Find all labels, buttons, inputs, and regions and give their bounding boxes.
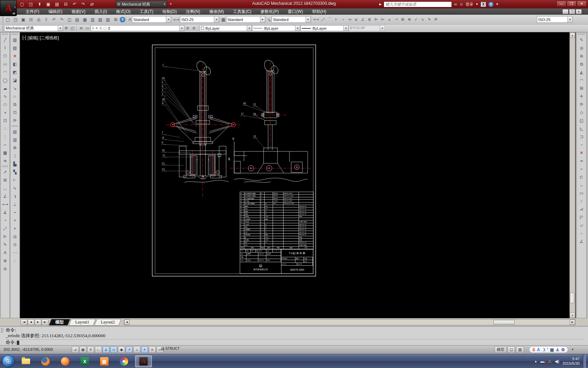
markup-icon[interactable]: ▨	[104, 16, 112, 23]
chamfer-icon[interactable]: ∠	[1, 192, 9, 200]
hatch-icon[interactable]: ▨	[11, 36, 19, 44]
show-desktop-button[interactable]	[583, 354, 586, 368]
centerline-icon[interactable]: ⌖	[11, 224, 19, 232]
dim-break-icon[interactable]: ⊣	[393, 16, 399, 23]
block-edit-icon[interactable]: ◪	[11, 76, 19, 84]
menu-item-5[interactable]: 工具(T)	[135, 8, 158, 15]
mdi-minimize-button[interactable]: –	[562, 9, 568, 14]
annotation-icon[interactable]: A	[1, 248, 9, 257]
copy-object-icon[interactable]: ⧉	[578, 60, 586, 68]
tab-Layout2[interactable]: Layout2	[94, 319, 121, 326]
warning-icon[interactable]: ⚠	[548, 359, 552, 364]
vscroll-thumb[interactable]	[570, 293, 575, 303]
dim-linear-icon[interactable]: ⟷	[313, 16, 320, 23]
signin-chevron-icon[interactable]: ▼	[475, 2, 478, 6]
menu-item-8[interactable]: 修改(M)	[205, 8, 229, 15]
window-minimize-button[interactable]: —	[556, 1, 566, 7]
menu-item-1[interactable]: 编辑(E)	[44, 8, 67, 15]
erase-icon[interactable]: ✕	[11, 52, 19, 60]
hole-chart-icon[interactable]: ◎	[11, 232, 19, 240]
window-restore-button[interactable]: ❐	[567, 1, 576, 7]
pan-icon[interactable]: ◫	[66, 16, 73, 23]
draw-point-icon[interactable]: ∴	[1, 124, 9, 132]
help-icon[interactable]: ?	[488, 2, 493, 7]
layer-isolate-icon[interactable]: ⊘	[184, 25, 191, 32]
dim-inspect-icon[interactable]: ✓	[413, 16, 419, 23]
network-error-icon[interactable]: ▬✕	[540, 359, 545, 364]
polar-toggle[interactable]: ∠	[103, 346, 110, 353]
dim-arc-icon[interactable]: ⌒	[327, 16, 333, 23]
workspace-settings-icon[interactable]: ⚙	[63, 25, 69, 32]
application-menu-button[interactable]: A M ▼	[0, 0, 17, 16]
dim-jogline-icon[interactable]: ∿	[420, 16, 426, 23]
search-binoculars-icon[interactable]: ∞	[454, 2, 457, 7]
tray-expand-icon[interactable]: ▲	[534, 360, 537, 363]
signin-button[interactable]: 登录	[465, 2, 473, 7]
plot-icon[interactable]: ⊟	[27, 16, 35, 23]
symbol-icon[interactable]: ◌	[11, 257, 19, 265]
model-space-button[interactable]: 模型	[495, 346, 506, 353]
taskbar-excel[interactable]: X	[76, 355, 93, 367]
mech-browser-icon[interactable]: ▤	[11, 128, 19, 136]
scroll-right-button[interactable]: ▶	[570, 320, 575, 325]
split-icon[interactable]: ⊢	[11, 176, 19, 184]
layer-lock-icon[interactable]: ⊙	[99, 26, 102, 30]
viewport-minimize[interactable]: [-]	[22, 35, 26, 41]
viewport-lock-icon[interactable]: ◰	[69, 25, 76, 32]
array-icon[interactable]: ⊞	[578, 84, 586, 92]
draw-wipeout-icon[interactable]: ≋	[1, 157, 9, 165]
join-icon[interactable]: ≍	[578, 157, 586, 165]
layer-color-icon[interactable]: ▢	[103, 26, 106, 30]
taskbar-autocad[interactable]: A	[135, 355, 152, 367]
box-icon[interactable]: ▫	[578, 229, 586, 237]
undo-icon[interactable]: ↶	[50, 16, 58, 23]
draw-arc-icon[interactable]: ◠	[1, 68, 9, 76]
update-icon[interactable]: ⟳	[11, 116, 19, 124]
command-input[interactable]: 命令:	[6, 339, 584, 345]
annotate-edit-icon[interactable]: ✎	[1, 240, 9, 248]
dim-remove-icon[interactable]: ⊖	[1, 265, 9, 273]
table-style-icon[interactable]: ▦	[221, 17, 225, 22]
dim-baseline-icon[interactable]: ⊫	[1, 232, 9, 240]
taskbar-paint[interactable]	[115, 355, 132, 367]
taskbar-firefox[interactable]	[37, 355, 54, 367]
window-close-button[interactable]: ✕	[577, 1, 587, 7]
blend-icon[interactable]: ⊏	[578, 173, 586, 181]
scroll-left-button[interactable]: ◀	[124, 320, 130, 325]
detail-icon[interactable]: ⊙	[11, 240, 19, 248]
copy-icon[interactable]: ⧉	[11, 100, 19, 108]
stretch-icon[interactable]: ◱	[578, 116, 586, 124]
angle-icon[interactable]: ∠	[578, 237, 586, 245]
construction-icon[interactable]: ⋯	[11, 248, 19, 257]
block-scale-icon[interactable]: ◧	[11, 60, 19, 68]
osnap-toggle[interactable]: ◇	[110, 346, 117, 353]
mdi-close-button[interactable]: ✕	[576, 9, 582, 14]
drawing-quickview-icon[interactable]: ▥	[516, 346, 524, 353]
dim-space-icon[interactable]: ≡	[386, 16, 393, 23]
mdi-restore-button[interactable]: ❐	[569, 9, 575, 14]
dim-jogged-icon[interactable]: ↝	[346, 16, 353, 23]
text-style-combo[interactable]: Standard▼	[132, 16, 171, 23]
toolbar-grip[interactable]	[578, 33, 585, 35]
tab-Layout1[interactable]: Layout1	[69, 319, 96, 326]
move-icon[interactable]: ✛	[578, 92, 586, 100]
taskbar-360[interactable]: ▤	[96, 355, 113, 367]
save-icon[interactable]: ▣	[20, 16, 27, 23]
menu-item-11[interactable]: 窗口(W)	[283, 8, 307, 15]
ime-punct-icon[interactable]: '	[547, 348, 548, 352]
mech-options-icon[interactable]: ⚙	[11, 144, 19, 152]
taskbar-browser[interactable]	[57, 355, 74, 367]
tolerance-icon[interactable]: ⊞	[1, 176, 9, 184]
scroll-down-button[interactable]: ▼	[570, 313, 575, 318]
tool-palettes-icon[interactable]: ▥	[89, 16, 96, 23]
ime-person-icon[interactable]: ♟	[556, 348, 560, 352]
toolbar-grip[interactable]	[12, 125, 18, 127]
dim-diameter-icon[interactable]: ⌀	[353, 16, 359, 23]
toolbar-grip[interactable]	[2, 33, 8, 35]
command-window-grip[interactable]	[1, 328, 4, 333]
menu-item-3[interactable]: 插入(I)	[90, 8, 111, 15]
tab-next-button[interactable]: ▶	[35, 319, 41, 325]
power-copy-icon[interactable]: ◎	[578, 44, 586, 52]
scale-icon[interactable]: ◇	[578, 108, 586, 116]
menu-item-12[interactable]: 帮助(H)	[308, 8, 331, 15]
